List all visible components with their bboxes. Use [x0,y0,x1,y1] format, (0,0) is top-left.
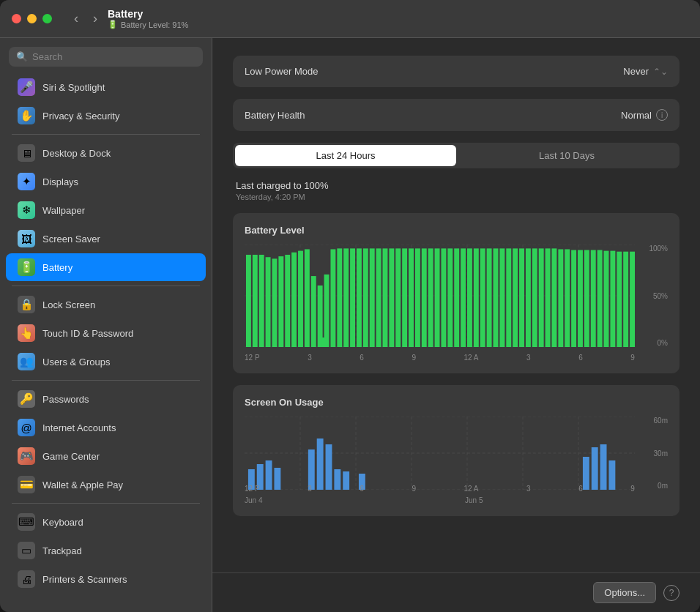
sidebar-label-wallpaper: Wallpaper [42,205,85,216]
screen-usage-chart: 60m 30m 0m [245,417,668,504]
screen-chart-inner [245,417,635,490]
svg-rect-91 [600,444,607,490]
sidebar-item-users[interactable]: 👥 Users & Groups [6,348,206,376]
battery-level-chart-section: Battery Level 100% 50% 0% [233,213,679,373]
svg-rect-37 [428,248,433,347]
sidebar-item-desktop[interactable]: 🖥 Desktop & Dock [6,139,206,167]
sidebar-item-passwords[interactable]: 🔑 Passwords [6,385,206,413]
back-button[interactable]: ‹ [70,10,83,28]
sidebar-divider [12,286,200,286]
svg-rect-59 [571,250,576,347]
sidebar-item-privacy[interactable]: ✋ Privacy & Security [6,102,206,130]
sidebar-item-battery[interactable]: 🔋 Battery [6,253,206,281]
svg-rect-65 [610,251,615,347]
sidebar-label-displays: Displays [42,176,78,187]
passwords-icon: 🔑 [18,390,35,408]
maximize-button[interactable] [42,14,52,23]
sidebar-item-displays[interactable]: ✦ Displays [6,168,206,195]
sidebar-item-printers[interactable]: 🖨 Printers & Scanners [6,565,206,593]
main-window: ‹ › Battery 🔋 Battery Level: 91% 🔍 🎤 [0,0,700,612]
sidebar-item-keyboard[interactable]: ⌨ Keyboard [6,508,206,536]
battery-health-row: Battery Health Normal i [233,99,679,131]
battery-health-label: Battery Health [245,110,305,121]
sidebar-item-gamecenter[interactable]: 🎮 Game Center [6,442,206,470]
sidebar-label-internet: Internet Accounts [42,422,116,433]
x-label-12p: 12 P [245,354,260,362]
svg-rect-54 [539,248,544,347]
battery-health-value: Normal i [621,109,668,121]
svg-rect-55 [546,248,551,347]
svg-rect-35 [415,248,420,347]
svg-rect-20 [318,286,323,347]
svg-rect-18 [305,249,310,347]
sidebar-item-trackpad[interactable]: ▭ Trackpad [6,537,206,564]
low-power-mode-value[interactable]: Never ⌃⌄ [623,66,668,77]
low-power-mode-row: Low Power Mode Never ⌃⌄ [233,56,679,87]
svg-rect-42 [461,248,466,347]
tab-24h[interactable]: Last 24 Hours [235,145,456,166]
sidebar-item-touchid[interactable]: 👆 Touch ID & Password [6,319,206,347]
options-button[interactable]: Options... [593,582,656,603]
tab-10d[interactable]: Last 10 Days [456,145,677,166]
sidebar-item-siri[interactable]: 🎤 Siri & Spotlight [6,73,206,101]
x-label-6: 6 [360,354,364,362]
battery-chart-inner [245,245,635,347]
close-button[interactable] [12,14,21,23]
svg-rect-10 [253,255,258,347]
users-icon: 👥 [18,353,35,370]
content-area: 🔍 🎤 Siri & Spotlight ✋ Privacy & Securit… [0,38,700,612]
printers-icon: 🖨 [18,570,35,588]
sidebar-label-wallet: Wallet & Apple Pay [42,479,123,490]
svg-rect-39 [441,248,446,347]
sidebar-item-wallpaper[interactable]: ❄ Wallpaper [6,196,206,224]
search-bar: 🔍 [0,38,212,72]
sidebar-label-passwords: Passwords [42,394,89,405]
sidebar-item-internet[interactable]: @ Internet Accounts [6,414,206,441]
screen-svg [245,417,635,490]
sidebar-label-battery: Battery [42,262,72,273]
svg-rect-23 [337,248,342,347]
sidebar-divider [12,134,200,135]
svg-rect-28 [370,248,375,347]
displays-icon: ✦ [18,173,35,190]
svg-rect-44 [474,248,479,347]
sidebar-divider [12,503,200,504]
time-range-tabs: Last 24 Hours Last 10 Days [233,143,679,168]
sidebar-item-lockscreen[interactable]: 🔒 Lock Screen [6,291,206,318]
svg-rect-9 [246,255,251,347]
sidebar-item-screensaver[interactable]: 🖼 Screen Saver [6,225,206,253]
search-icon: 🔍 [16,51,28,62]
svg-rect-84 [317,439,324,490]
forward-button[interactable]: › [89,10,102,28]
svg-rect-63 [597,250,603,347]
svg-rect-58 [565,249,570,347]
help-button[interactable]: ? [663,585,679,601]
svg-rect-13 [272,258,278,347]
sidebar-item-wallet[interactable]: 💳 Wallet & Apple Pay [6,471,206,499]
svg-rect-48 [499,248,504,347]
y-label-50: 50% [653,292,668,300]
svg-rect-64 [604,251,609,347]
svg-rect-15 [285,255,290,347]
svg-rect-12 [266,257,271,347]
sy-label-60m: 60m [654,417,668,425]
svg-rect-50 [513,248,518,347]
minimize-button[interactable] [27,14,37,23]
svg-rect-11 [259,255,264,347]
battery-level-title: Battery Level [245,225,668,236]
svg-rect-85 [326,444,332,490]
svg-rect-17 [298,251,303,347]
svg-rect-22 [330,249,335,347]
svg-rect-33 [402,248,407,347]
svg-rect-47 [494,248,499,347]
info-button[interactable]: i [656,109,668,121]
x-label-9b: 9 [630,354,635,362]
svg-rect-46 [487,248,492,347]
sidebar-label-lockscreen: Lock Screen [42,299,95,310]
screensaver-icon: 🖼 [18,230,35,247]
svg-rect-14 [278,256,283,347]
screen-usage-title: Screen On Usage [245,397,668,408]
sidebar-label-siri: Siri & Spotlight [42,82,105,93]
search-input[interactable] [32,51,196,62]
charge-info: Last charged to 100% Yesterday, 4:20 PM [233,180,679,201]
